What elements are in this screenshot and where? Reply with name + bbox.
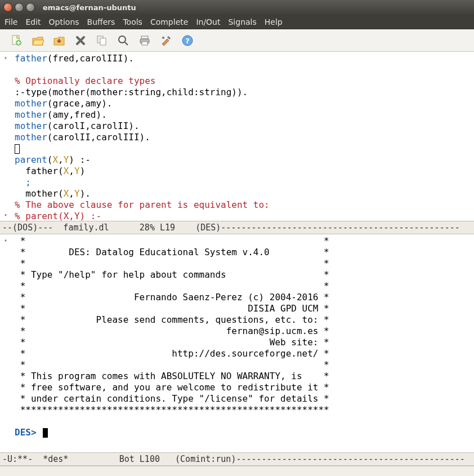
window-title: emacs@fernan-ubuntu (43, 3, 136, 12)
svg-rect-5 (141, 36, 148, 39)
menu-help[interactable]: Help (265, 17, 283, 26)
search-icon[interactable] (116, 33, 131, 48)
menu-buffers[interactable]: Buffers (87, 17, 115, 26)
open-file-icon[interactable] (30, 33, 45, 48)
repl-buffer-content[interactable]: * * * DES: Datalog Educational System v.… (11, 234, 474, 452)
svg-rect-3 (100, 38, 106, 45)
menu-edit[interactable]: Edit (25, 17, 41, 26)
new-file-icon[interactable] (9, 33, 24, 48)
svg-point-4 (119, 36, 126, 43)
menu-signals[interactable]: Signals (228, 17, 256, 26)
menu-complete[interactable]: Complete (150, 17, 188, 26)
copy-icon[interactable] (95, 33, 109, 48)
menu-tools[interactable]: Tools (123, 17, 142, 26)
source-buffer[interactable]: father(fred,carolIII). % Optionally decl… (0, 52, 474, 221)
fringe-top (0, 52, 11, 221)
window-titlebar: emacs@fernan-ubuntu (0, 0, 474, 15)
modeline-source: --(DOS)--- family.dl 28% L19 (DES)------… (0, 221, 474, 234)
close-icon[interactable] (73, 33, 88, 48)
preferences-icon[interactable] (159, 33, 173, 48)
print-icon[interactable] (137, 33, 152, 48)
window-maximize-button[interactable] (26, 3, 35, 12)
toolbar: ? (0, 29, 474, 52)
svg-text:?: ? (185, 37, 190, 45)
modeline-repl: -U:**- *des* Bot L100 (Comint:run)------… (0, 452, 474, 466)
menu-file[interactable]: File (5, 17, 17, 26)
help-icon[interactable]: ? (180, 33, 195, 48)
menu-options[interactable]: Options (49, 17, 79, 26)
menubar: File Edit Options Buffers Tools Complete… (0, 15, 474, 29)
fringe-repl (0, 234, 11, 452)
save-icon[interactable] (52, 33, 66, 48)
repl-buffer[interactable]: * * * DES: Datalog Educational System v.… (0, 234, 474, 452)
source-buffer-content[interactable]: father(fred,carolIII). % Optionally decl… (11, 52, 474, 221)
minibuffer[interactable] (0, 466, 474, 476)
window-close-button[interactable] (3, 3, 12, 12)
menu-inout[interactable]: In/Out (196, 17, 220, 26)
window-minimize-button[interactable] (15, 3, 24, 12)
svg-point-8 (162, 37, 164, 39)
svg-rect-7 (142, 42, 147, 45)
